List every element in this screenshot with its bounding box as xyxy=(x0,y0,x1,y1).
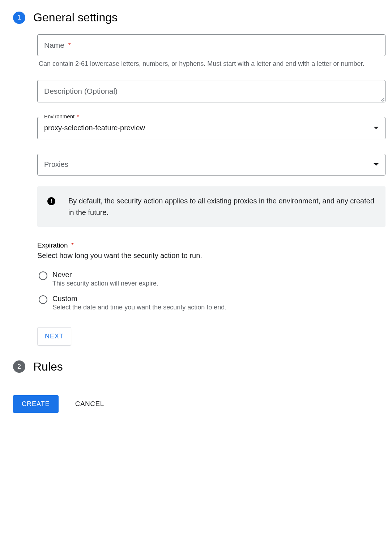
name-label: Name xyxy=(44,41,64,49)
radio-custom-title: Custom xyxy=(52,295,226,303)
next-button[interactable]: NEXT xyxy=(37,327,71,346)
chevron-down-icon xyxy=(374,163,379,166)
expiration-subtext: Select how long you want the security ac… xyxy=(37,252,385,260)
name-input[interactable]: Name * xyxy=(37,34,385,56)
radio-icon xyxy=(39,295,47,304)
step-2-circle: 2 xyxy=(13,360,25,373)
radio-custom-desc: Select the date and time you want the se… xyxy=(52,304,226,311)
step-2-title: Rules xyxy=(33,360,63,373)
step-1-body: Name * Can contain 2-61 lowercase letter… xyxy=(19,24,385,360)
description-placeholder: Description (Optional) xyxy=(44,87,118,96)
environment-select[interactable]: Environment * proxy-selection-feature-pr… xyxy=(37,117,385,139)
environment-value: proxy-selection-feature-preview xyxy=(44,124,374,132)
info-text: By default, the security action applies … xyxy=(68,195,375,218)
environment-required-asterisk: * xyxy=(77,113,79,119)
radio-never-title: Never xyxy=(52,271,158,279)
step-2-header[interactable]: 2 Rules xyxy=(13,360,378,373)
radio-icon xyxy=(39,271,47,280)
radio-option-custom[interactable]: Custom Select the date and time you want… xyxy=(39,295,385,311)
cancel-button[interactable]: CANCEL xyxy=(73,400,106,408)
create-button[interactable]: CREATE xyxy=(13,395,59,413)
description-textarea[interactable]: Description (Optional) xyxy=(37,80,385,102)
step-1-circle: 1 xyxy=(13,12,25,24)
step-1-header: 1 General settings xyxy=(13,11,378,24)
environment-label: Environment xyxy=(44,113,74,119)
info-icon: i xyxy=(47,197,55,205)
expiration-label: Expiration * xyxy=(37,241,385,249)
radio-option-never[interactable]: Never This security action will never ex… xyxy=(39,271,385,287)
chevron-down-icon xyxy=(374,127,379,129)
info-banner: i By default, the security action applie… xyxy=(37,186,385,227)
name-required-asterisk: * xyxy=(68,41,71,49)
expiration-required-asterisk: * xyxy=(71,241,74,249)
step-1-title: General settings xyxy=(33,11,118,24)
footer-actions: CREATE CANCEL xyxy=(13,395,378,413)
radio-never-desc: This security action will never expire. xyxy=(52,280,158,287)
resize-handle-icon[interactable] xyxy=(380,97,384,101)
proxies-select[interactable]: Proxies xyxy=(37,154,385,176)
name-hint: Can contain 2-61 lowercase letters, numb… xyxy=(39,59,384,69)
proxies-placeholder: Proxies xyxy=(44,160,374,169)
